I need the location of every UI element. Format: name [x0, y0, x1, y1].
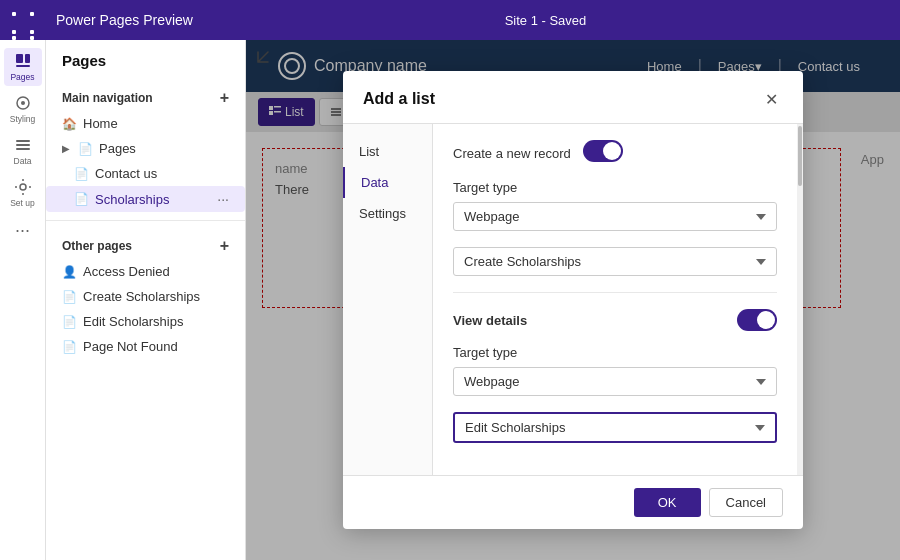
sidebar: Pages Main navigation + 🏠 Home ▶ 📄 Pages… — [46, 40, 246, 560]
sidebar-divider — [46, 220, 245, 221]
target-type-select-2[interactable]: Webpage URL — [453, 367, 777, 396]
svg-rect-2 — [25, 54, 30, 63]
sidebar-item-scholarships[interactable]: 📄 Scholarships ··· — [46, 186, 245, 212]
chevron-icon: ▶ — [62, 143, 70, 154]
tab-data[interactable]: Data — [343, 167, 432, 198]
content-area: Company name Home | Pages▾ | Contact us … — [246, 40, 900, 560]
view-details-label: View details — [453, 313, 725, 328]
main-layout: Pages Styling Data Set up ··· Pages Main… — [0, 40, 900, 560]
top-bar: Power Pages Preview Site 1 - Saved — [0, 0, 900, 40]
sidebar-item-page-not-found[interactable]: 📄 Page Not Found — [46, 334, 245, 359]
nav-setup[interactable]: Set up — [4, 174, 42, 212]
svg-rect-1 — [16, 65, 30, 67]
page-active-icon: 📄 — [74, 192, 89, 206]
add-main-nav-btn[interactable]: + — [220, 89, 229, 107]
target-type-label-1: Target type — [453, 178, 777, 196]
nav-styling[interactable]: Styling — [4, 90, 42, 128]
modal-title: Add a list — [363, 90, 435, 108]
sidebar-title: Pages — [46, 52, 245, 81]
nav-data[interactable]: Data — [4, 132, 42, 170]
svg-rect-6 — [16, 144, 30, 146]
modal-overlay: Add a list ✕ List Data — [246, 40, 900, 560]
modal-header: Add a list ✕ — [343, 71, 803, 124]
svg-rect-7 — [16, 148, 30, 150]
left-nav: Pages Styling Data Set up ··· — [0, 40, 46, 560]
target-type-label-2: Target type — [453, 343, 777, 361]
other-pages-section: Other pages + — [46, 229, 245, 259]
add-list-modal: Add a list ✕ List Data — [343, 71, 803, 529]
modal-footer: OK Cancel — [343, 475, 803, 529]
sidebar-item-create-scholarships[interactable]: 📄 Create Scholarships — [46, 284, 245, 309]
add-other-page-btn[interactable]: + — [220, 237, 229, 255]
sidebar-item-contact-us[interactable]: 📄 Contact us — [46, 161, 245, 186]
edit-scholarships-row: Edit Scholarships Create Scholarships — [453, 412, 777, 443]
scholarships-more-btn[interactable]: ··· — [217, 191, 229, 207]
main-nav-section: Main navigation + — [46, 81, 245, 111]
tab-settings[interactable]: Settings — [343, 198, 432, 229]
scrollbar-thumb — [798, 126, 802, 186]
cancel-button[interactable]: Cancel — [709, 488, 783, 517]
svg-point-8 — [20, 184, 26, 190]
nav-pages[interactable]: Pages — [4, 48, 42, 86]
notfound-page-icon: 📄 — [62, 340, 77, 354]
create-new-record-label: Create a new record — [453, 140, 571, 161]
sidebar-item-access-denied[interactable]: 👤 Access Denied — [46, 259, 245, 284]
page-icon: 📄 — [74, 167, 89, 181]
svg-point-4 — [21, 101, 25, 105]
view-details-row: View details — [453, 309, 777, 331]
section-divider — [453, 292, 777, 293]
modal-close-btn[interactable]: ✕ — [759, 87, 783, 111]
tab-list[interactable]: List — [343, 136, 432, 167]
modal-scrollbar[interactable] — [797, 124, 803, 475]
sidebar-item-home[interactable]: 🏠 Home — [46, 111, 245, 136]
svg-rect-5 — [16, 140, 30, 142]
create-new-record-toggle[interactable] — [583, 140, 623, 162]
create-page-icon: 📄 — [62, 290, 77, 304]
edit-scholarships-select[interactable]: Edit Scholarships Create Scholarships — [453, 412, 777, 443]
sidebar-item-pages[interactable]: ▶ 📄 Pages — [46, 136, 245, 161]
nav-more[interactable]: ··· — [15, 220, 30, 241]
create-new-record-row: Create a new record — [453, 140, 777, 162]
create-scholarships-row: Create Scholarships Edit Scholarships — [453, 247, 777, 276]
target-type-row-1: Webpage URL — [453, 202, 777, 231]
view-details-toggle[interactable] — [737, 309, 777, 331]
ok-button[interactable]: OK — [634, 488, 701, 517]
modal-body: List Data Settings — [343, 124, 803, 475]
edit-page-icon: 📄 — [62, 315, 77, 329]
site-preview: Company name Home | Pages▾ | Contact us … — [246, 40, 900, 560]
app-title: Power Pages Preview — [56, 12, 193, 28]
modal-tab-content: Create a new record Target type Webpage — [433, 124, 797, 475]
sidebar-item-edit-scholarships[interactable]: 📄 Edit Scholarships — [46, 309, 245, 334]
site-status: Site 1 - Saved — [203, 13, 888, 28]
svg-rect-0 — [16, 54, 23, 63]
folder-icon: 📄 — [78, 142, 93, 156]
user-icon: 👤 — [62, 265, 77, 279]
modal-tabs: List Data Settings — [343, 124, 433, 475]
create-scholarships-select[interactable]: Create Scholarships Edit Scholarships — [453, 247, 777, 276]
target-type-select-1[interactable]: Webpage URL — [453, 202, 777, 231]
target-type-row-2: Webpage URL — [453, 367, 777, 396]
home-icon: 🏠 — [62, 117, 77, 131]
